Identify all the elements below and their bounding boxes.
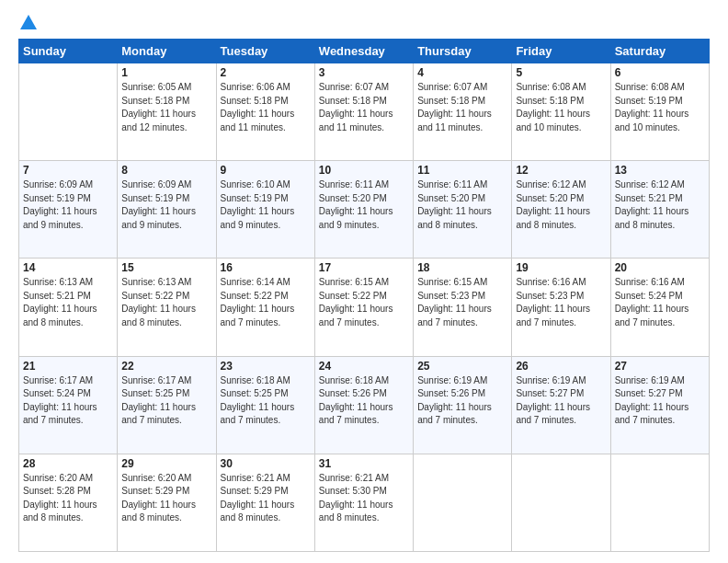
- day-number: 1: [121, 66, 211, 79]
- logo-triangle-icon: [20, 15, 37, 33]
- daylight-label: Daylight: 11 hours and 8 minutes.: [319, 500, 393, 523]
- sunset-label: Sunset: 5:27 PM: [615, 388, 683, 398]
- day-info: Sunrise: 6:18 AMSunset: 5:25 PMDaylight:…: [221, 374, 311, 428]
- daylight-label: Daylight: 11 hours and 7 minutes.: [221, 402, 295, 426]
- table-row: 5Sunrise: 6:08 AMSunset: 5:18 PMDaylight…: [512, 63, 610, 161]
- sunrise-label: Sunrise: 6:18 AM: [221, 375, 290, 385]
- day-info: Sunrise: 6:10 AMSunset: 5:19 PMDaylight:…: [221, 178, 311, 232]
- sunrise-label: Sunrise: 6:10 AM: [221, 179, 290, 190]
- daylight-label: Daylight: 11 hours and 9 minutes.: [319, 206, 393, 230]
- table-row: 15Sunrise: 6:13 AMSunset: 5:22 PMDayligh…: [118, 259, 216, 356]
- day-info: Sunrise: 6:13 AMSunset: 5:22 PMDaylight:…: [121, 276, 211, 329]
- day-number: 12: [516, 164, 606, 177]
- sunset-label: Sunset: 5:24 PM: [23, 388, 91, 398]
- daylight-label: Daylight: 11 hours and 7 minutes.: [121, 402, 196, 426]
- day-number: 20: [615, 261, 705, 274]
- day-info: Sunrise: 6:20 AMSunset: 5:29 PMDaylight:…: [121, 472, 211, 525]
- day-number: 4: [417, 66, 507, 79]
- day-info: Sunrise: 6:19 AMSunset: 5:27 PMDaylight:…: [516, 374, 606, 428]
- day-info: Sunrise: 6:05 AMSunset: 5:18 PMDaylight:…: [121, 81, 211, 134]
- daylight-label: Daylight: 11 hours and 7 minutes.: [23, 402, 97, 426]
- sunrise-label: Sunrise: 6:18 AM: [319, 375, 389, 385]
- sunset-label: Sunset: 5:27 PM: [516, 388, 584, 398]
- table-row: 11Sunrise: 6:11 AMSunset: 5:20 PMDayligh…: [414, 161, 512, 259]
- day-info: Sunrise: 6:19 AMSunset: 5:27 PMDaylight:…: [615, 374, 705, 428]
- sunset-label: Sunset: 5:20 PM: [319, 193, 387, 203]
- sunrise-label: Sunrise: 6:19 AM: [615, 375, 685, 385]
- sunrise-label: Sunrise: 6:17 AM: [23, 375, 93, 385]
- sunset-label: Sunset: 5:30 PM: [319, 486, 387, 496]
- day-info: Sunrise: 6:18 AMSunset: 5:26 PMDaylight:…: [319, 374, 409, 428]
- daylight-label: Daylight: 11 hours and 8 minutes.: [615, 206, 689, 230]
- day-number: 26: [516, 360, 606, 373]
- day-number: 22: [121, 360, 211, 373]
- daylight-label: Daylight: 11 hours and 8 minutes.: [516, 206, 590, 230]
- table-row: [19, 63, 118, 161]
- sunset-label: Sunset: 5:19 PM: [121, 193, 189, 203]
- day-number: 3: [319, 66, 409, 79]
- header-wednesday: Wednesday: [314, 40, 413, 63]
- day-info: Sunrise: 6:09 AMSunset: 5:19 PMDaylight:…: [23, 178, 113, 232]
- table-row: [414, 454, 512, 551]
- sunrise-label: Sunrise: 6:05 AM: [121, 82, 191, 92]
- daylight-label: Daylight: 11 hours and 10 minutes.: [615, 109, 689, 132]
- table-row: 10Sunrise: 6:11 AMSunset: 5:20 PMDayligh…: [314, 161, 413, 259]
- sunrise-label: Sunrise: 6:08 AM: [615, 82, 685, 92]
- table-row: 13Sunrise: 6:12 AMSunset: 5:21 PMDayligh…: [610, 161, 709, 259]
- daylight-label: Daylight: 11 hours and 9 minutes.: [121, 206, 196, 230]
- table-row: 6Sunrise: 6:08 AMSunset: 5:19 PMDaylight…: [610, 63, 709, 161]
- table-row: 2Sunrise: 6:06 AMSunset: 5:18 PMDaylight…: [216, 63, 314, 161]
- day-info: Sunrise: 6:09 AMSunset: 5:19 PMDaylight:…: [121, 178, 211, 232]
- sunrise-label: Sunrise: 6:11 AM: [319, 179, 389, 190]
- sunset-label: Sunset: 5:18 PM: [221, 96, 289, 106]
- day-number: 27: [615, 360, 705, 373]
- header-tuesday: Tuesday: [216, 40, 314, 63]
- daylight-label: Daylight: 11 hours and 8 minutes.: [417, 206, 492, 230]
- daylight-label: Daylight: 11 hours and 7 minutes.: [615, 304, 689, 327]
- sunset-label: Sunset: 5:28 PM: [23, 486, 91, 496]
- day-number: 17: [319, 261, 409, 274]
- daylight-label: Daylight: 11 hours and 7 minutes.: [417, 304, 492, 327]
- sunrise-label: Sunrise: 6:14 AM: [221, 277, 290, 287]
- sunset-label: Sunset: 5:22 PM: [319, 291, 387, 301]
- calendar-week-row: 21Sunrise: 6:17 AMSunset: 5:24 PMDayligh…: [19, 356, 710, 454]
- day-info: Sunrise: 6:11 AMSunset: 5:20 PMDaylight:…: [319, 178, 409, 232]
- sunrise-label: Sunrise: 6:09 AM: [23, 179, 93, 190]
- header-saturday: Saturday: [610, 40, 709, 63]
- table-row: 8Sunrise: 6:09 AMSunset: 5:19 PMDaylight…: [118, 161, 216, 259]
- table-row: [512, 454, 610, 551]
- sunrise-label: Sunrise: 6:17 AM: [121, 375, 191, 385]
- header-monday: Monday: [118, 40, 216, 63]
- sunset-label: Sunset: 5:19 PM: [221, 193, 289, 203]
- daylight-label: Daylight: 11 hours and 12 minutes.: [121, 109, 196, 132]
- day-number: 11: [417, 164, 507, 177]
- svg-marker-0: [20, 15, 37, 29]
- sunset-label: Sunset: 5:26 PM: [417, 388, 485, 398]
- day-info: Sunrise: 6:11 AMSunset: 5:20 PMDaylight:…: [417, 178, 507, 232]
- daylight-label: Daylight: 11 hours and 9 minutes.: [23, 206, 97, 230]
- day-number: 24: [319, 360, 409, 373]
- day-number: 19: [516, 261, 606, 274]
- sunset-label: Sunset: 5:25 PM: [221, 388, 289, 398]
- sunset-label: Sunset: 5:20 PM: [516, 193, 584, 203]
- day-info: Sunrise: 6:15 AMSunset: 5:23 PMDaylight:…: [417, 276, 507, 329]
- day-number: 29: [121, 457, 211, 470]
- day-info: Sunrise: 6:13 AMSunset: 5:21 PMDaylight:…: [23, 276, 113, 329]
- day-info: Sunrise: 6:07 AMSunset: 5:18 PMDaylight:…: [319, 81, 409, 134]
- day-number: 21: [23, 360, 113, 373]
- sunrise-label: Sunrise: 6:21 AM: [221, 473, 290, 483]
- calendar-week-row: 7Sunrise: 6:09 AMSunset: 5:19 PMDaylight…: [19, 161, 710, 259]
- day-number: 18: [417, 261, 507, 274]
- header: [18, 15, 710, 33]
- table-row: [610, 454, 709, 551]
- table-row: 7Sunrise: 6:09 AMSunset: 5:19 PMDaylight…: [19, 161, 118, 259]
- header-thursday: Thursday: [414, 40, 512, 63]
- day-number: 28: [23, 457, 113, 470]
- table-row: 3Sunrise: 6:07 AMSunset: 5:18 PMDaylight…: [314, 63, 413, 161]
- sunrise-label: Sunrise: 6:15 AM: [417, 277, 487, 287]
- day-number: 7: [23, 164, 113, 177]
- daylight-label: Daylight: 11 hours and 7 minutes.: [516, 304, 590, 327]
- sunset-label: Sunset: 5:21 PM: [615, 193, 683, 203]
- table-row: 12Sunrise: 6:12 AMSunset: 5:20 PMDayligh…: [512, 161, 610, 259]
- sunset-label: Sunset: 5:29 PM: [121, 486, 189, 496]
